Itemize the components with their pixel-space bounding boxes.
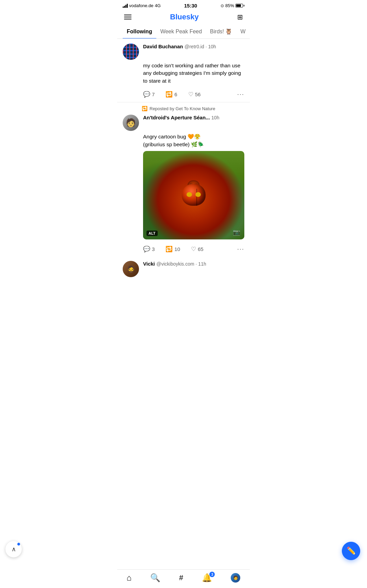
status-bar: vodafone.de 4G 15:30 ⊙ 85%	[117, 0, 250, 10]
repost-icon-2: 🔁	[165, 246, 173, 253]
feed: David Buchanan @retr0.id · 10h my code i…	[117, 39, 250, 277]
repost-bar-icon: 🔁	[142, 106, 147, 111]
post-2-repost-count: 10	[174, 246, 180, 252]
post-2-meta: An'tdroid's Aperture Séan... 10h	[143, 115, 244, 121]
post-3-author: Vicki	[143, 261, 155, 267]
post-2-wrapper: 🔁 Reposted by Get To Know Nature 🧑 An'td…	[117, 102, 250, 257]
post-1-header: David Buchanan @retr0.id · 10h	[123, 44, 244, 60]
menu-button[interactable]	[124, 15, 132, 19]
post-2-avatar[interactable]: 🧑	[123, 115, 139, 131]
post-1-actions: 💬 7 🔁 6 ♡ 56 ···	[143, 88, 244, 102]
network-label: 4G	[155, 3, 161, 8]
clock: 15:30	[184, 3, 197, 9]
tab-week-peak[interactable]: Week Peak Feed	[156, 25, 206, 39]
tab-following[interactable]: Following	[123, 25, 156, 39]
camera-watermark-icon: 📷	[233, 229, 240, 236]
feed-tabs: Following Week Peak Feed Birds! 🦉 W	[117, 25, 250, 39]
post-2-like-count: 65	[198, 246, 204, 252]
like-icon-2: ♡	[191, 246, 196, 253]
post-2: 🧑 An'tdroid's Aperture Séan... 10h Angry…	[117, 113, 250, 257]
battery-info: ⊙ 85%	[221, 3, 244, 8]
location-icon: ⊙	[221, 3, 224, 8]
post-1-author: David Buchanan	[143, 44, 183, 49]
tab-w[interactable]: W	[236, 25, 249, 39]
post-1-text: my code isn't working and rather than us…	[143, 62, 244, 85]
post-2-actions: 💬 3 🔁 10 ♡ 65 ···	[143, 243, 244, 257]
like-icon: ♡	[188, 91, 193, 98]
post-3-avatar[interactable]: 🧔	[123, 261, 139, 277]
carrier-info: vodafone.de 4G	[123, 3, 161, 8]
battery-percent: 85%	[225, 3, 234, 8]
post-2-author: An'tdroid's Aperture Séan...	[143, 115, 210, 120]
post-1-repost-count: 6	[174, 91, 177, 97]
post-2-header: 🧑 An'tdroid's Aperture Séan... 10h	[123, 115, 244, 131]
post-1-reply-button[interactable]: 💬 7	[143, 91, 155, 98]
post-2-like-button[interactable]: ♡ 65	[191, 246, 204, 253]
signal-icon	[123, 4, 128, 8]
post-3-handle: @vickiboykis.com · 11h	[156, 261, 206, 267]
post-2-time: 10h	[211, 115, 219, 120]
post-2-image[interactable]: ALT 📷	[143, 151, 244, 239]
post-1-like-button[interactable]: ♡ 56	[188, 91, 201, 98]
repost-bar: 🔁 Reposted by Get To Know Nature	[117, 102, 250, 113]
post-3-preview: 🧔 Vicki @vickiboykis.com · 11h	[117, 257, 250, 277]
filter-button[interactable]: ⊞	[237, 13, 243, 21]
battery-icon	[235, 4, 244, 7]
post-1-like-count: 56	[195, 91, 201, 97]
repost-icon: 🔁	[165, 91, 173, 98]
post-1: David Buchanan @retr0.id · 10h my code i…	[117, 39, 250, 102]
post-1-reply-count: 7	[152, 91, 155, 97]
post-1-more-button[interactable]: ···	[237, 91, 244, 98]
post-3-meta: Vicki @vickiboykis.com · 11h	[143, 261, 244, 267]
post-2-reply-count: 3	[152, 246, 155, 252]
app-title: Bluesky	[170, 13, 198, 21]
post-2-reply-button[interactable]: 💬 3	[143, 246, 155, 253]
post-1-avatar[interactable]	[123, 44, 139, 60]
post-1-handle: @retr0.id · 10h	[185, 44, 216, 49]
tab-birds[interactable]: Birds! 🦉	[206, 25, 236, 39]
post-2-more-button[interactable]: ···	[237, 246, 244, 253]
alt-badge[interactable]: ALT	[146, 231, 158, 236]
post-2-repost-button[interactable]: 🔁 10	[165, 246, 180, 253]
post-2-text: Angry cartoon bug 🧡😤(griburius sp beetle…	[143, 133, 244, 148]
reply-icon: 💬	[143, 91, 150, 98]
reply-icon-2: 💬	[143, 246, 150, 253]
post-1-repost-button[interactable]: 🔁 6	[165, 91, 177, 98]
repost-bar-text: Reposted by Get To Know Nature	[150, 106, 215, 111]
carrier-label: vodafone.de	[129, 3, 154, 8]
app-header: Bluesky ⊞	[117, 10, 250, 25]
post-1-meta: David Buchanan @retr0.id · 10h	[143, 44, 244, 50]
